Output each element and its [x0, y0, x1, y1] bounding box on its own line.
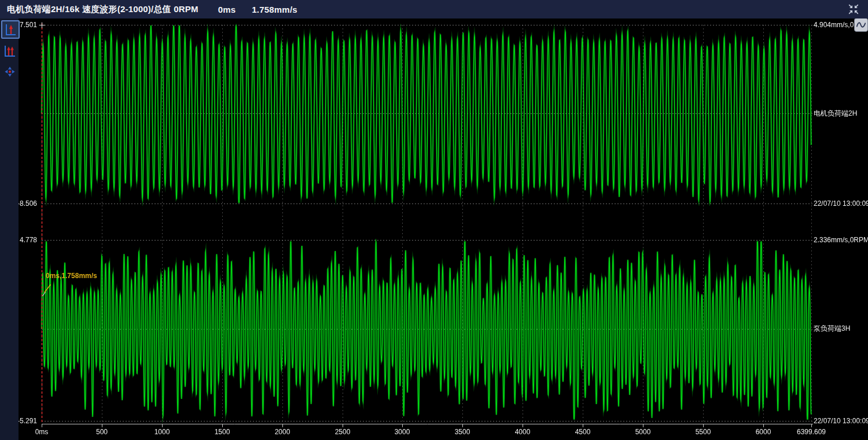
pan-tool-button[interactable] [1, 63, 19, 80]
dual-cursor-tool-button[interactable] [1, 42, 19, 60]
x-axis-label: 3000 [395, 428, 410, 436]
x-axis-label: 4500 [575, 428, 591, 436]
x-axis-label: 5500 [696, 428, 711, 436]
x-axis-label: 3500 [455, 428, 470, 436]
x-axis-label: 6000 [756, 428, 771, 436]
x-axis-label: 0ms [35, 428, 49, 436]
x-axis-label: 2000 [275, 428, 290, 436]
ch1-timestamp-label: 22/07/10 13:00:09 [814, 199, 868, 208]
ch2-name-label: 泵负荷端3H [814, 324, 850, 334]
x-axis-label: 5000 [635, 428, 651, 436]
x-axis-label: 2500 [335, 428, 351, 436]
x-axis-end-label: 6399.609 [797, 428, 826, 436]
collapse-icon[interactable] [847, 3, 860, 16]
single-cursor-icon [3, 23, 17, 36]
x-axis-label: 1500 [215, 428, 230, 436]
ch2-timestamp-label: 22/07/10 13:00:09 [814, 417, 868, 425]
page-title: 电机负荷端2H/16k 速度波形(2-1000)/总值 0RPM [7, 4, 198, 15]
x-axis-label: 500 [96, 428, 108, 436]
single-cursor-tool-button[interactable] [1, 20, 20, 39]
pan-icon [3, 65, 16, 78]
sine-wave-icon [856, 20, 866, 29]
ch1-name-label: 电机负荷端2H [814, 109, 857, 119]
title-bar: 电机负荷端2H/16k 速度波形(2-1000)/总值 0RPM 0ms 1.7… [0, 0, 868, 19]
cursor-time-readout: 0ms [218, 5, 236, 14]
cursor-annotation: 0ms,1.758mm/s [46, 272, 97, 280]
dual-cursor-icon [3, 44, 17, 58]
cursor-amplitude-readout: 1.758mm/s [252, 5, 297, 14]
ch2-overall-label: 2.336mm/s,0RPM [814, 236, 868, 244]
waveform-mode-button[interactable] [854, 18, 868, 32]
vibration-analyzer-window: 电机负荷端2H/16k 速度波形(2-1000)/总值 0RPM 0ms 1.7… [0, 0, 868, 440]
x-axis-label: 4000 [515, 428, 531, 436]
waveform-plot[interactable] [0, 0, 868, 440]
tool-sidebar [0, 19, 19, 440]
x-axis-label: 1000 [155, 428, 170, 436]
